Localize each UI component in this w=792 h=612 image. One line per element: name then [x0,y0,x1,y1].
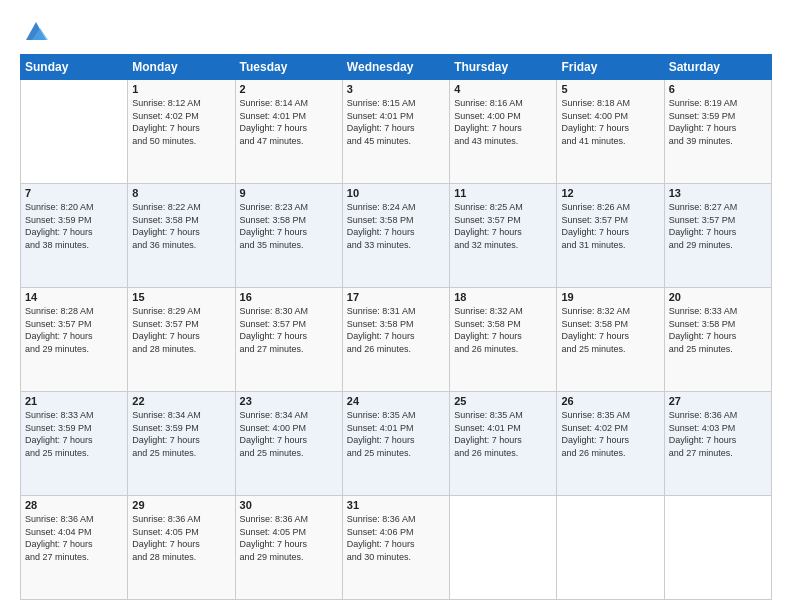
day-info: Sunrise: 8:16 AM Sunset: 4:00 PM Dayligh… [454,97,552,147]
calendar-cell: 5Sunrise: 8:18 AM Sunset: 4:00 PM Daylig… [557,80,664,184]
day-info: Sunrise: 8:15 AM Sunset: 4:01 PM Dayligh… [347,97,445,147]
day-info: Sunrise: 8:35 AM Sunset: 4:01 PM Dayligh… [454,409,552,459]
day-number: 1 [132,83,230,95]
calendar-cell: 21Sunrise: 8:33 AM Sunset: 3:59 PM Dayli… [21,392,128,496]
calendar-cell: 3Sunrise: 8:15 AM Sunset: 4:01 PM Daylig… [342,80,449,184]
day-info: Sunrise: 8:33 AM Sunset: 3:59 PM Dayligh… [25,409,123,459]
day-number: 9 [240,187,338,199]
day-info: Sunrise: 8:35 AM Sunset: 4:02 PM Dayligh… [561,409,659,459]
weekday-header-saturday: Saturday [664,55,771,80]
day-info: Sunrise: 8:36 AM Sunset: 4:03 PM Dayligh… [669,409,767,459]
day-info: Sunrise: 8:36 AM Sunset: 4:04 PM Dayligh… [25,513,123,563]
day-number: 7 [25,187,123,199]
day-info: Sunrise: 8:20 AM Sunset: 3:59 PM Dayligh… [25,201,123,251]
day-number: 22 [132,395,230,407]
weekday-header-monday: Monday [128,55,235,80]
calendar-cell: 16Sunrise: 8:30 AM Sunset: 3:57 PM Dayli… [235,288,342,392]
calendar-table: SundayMondayTuesdayWednesdayThursdayFrid… [20,54,772,600]
calendar-cell: 8Sunrise: 8:22 AM Sunset: 3:58 PM Daylig… [128,184,235,288]
day-number: 15 [132,291,230,303]
day-info: Sunrise: 8:35 AM Sunset: 4:01 PM Dayligh… [347,409,445,459]
calendar-header-row: SundayMondayTuesdayWednesdayThursdayFrid… [21,55,772,80]
calendar-cell: 22Sunrise: 8:34 AM Sunset: 3:59 PM Dayli… [128,392,235,496]
day-number: 2 [240,83,338,95]
calendar-cell [450,496,557,600]
calendar-week-3: 14Sunrise: 8:28 AM Sunset: 3:57 PM Dayli… [21,288,772,392]
day-info: Sunrise: 8:36 AM Sunset: 4:05 PM Dayligh… [240,513,338,563]
calendar-week-4: 21Sunrise: 8:33 AM Sunset: 3:59 PM Dayli… [21,392,772,496]
day-number: 5 [561,83,659,95]
day-info: Sunrise: 8:32 AM Sunset: 3:58 PM Dayligh… [454,305,552,355]
calendar-week-1: 1Sunrise: 8:12 AM Sunset: 4:02 PM Daylig… [21,80,772,184]
day-number: 10 [347,187,445,199]
page-header [20,16,772,44]
day-info: Sunrise: 8:23 AM Sunset: 3:58 PM Dayligh… [240,201,338,251]
calendar-cell: 17Sunrise: 8:31 AM Sunset: 3:58 PM Dayli… [342,288,449,392]
day-info: Sunrise: 8:14 AM Sunset: 4:01 PM Dayligh… [240,97,338,147]
calendar-cell [21,80,128,184]
calendar-cell: 11Sunrise: 8:25 AM Sunset: 3:57 PM Dayli… [450,184,557,288]
day-number: 25 [454,395,552,407]
day-info: Sunrise: 8:30 AM Sunset: 3:57 PM Dayligh… [240,305,338,355]
calendar-cell: 27Sunrise: 8:36 AM Sunset: 4:03 PM Dayli… [664,392,771,496]
calendar-cell: 6Sunrise: 8:19 AM Sunset: 3:59 PM Daylig… [664,80,771,184]
calendar-cell: 29Sunrise: 8:36 AM Sunset: 4:05 PM Dayli… [128,496,235,600]
calendar-cell: 30Sunrise: 8:36 AM Sunset: 4:05 PM Dayli… [235,496,342,600]
day-number: 31 [347,499,445,511]
day-number: 13 [669,187,767,199]
day-number: 26 [561,395,659,407]
day-info: Sunrise: 8:36 AM Sunset: 4:06 PM Dayligh… [347,513,445,563]
calendar-cell: 1Sunrise: 8:12 AM Sunset: 4:02 PM Daylig… [128,80,235,184]
day-info: Sunrise: 8:24 AM Sunset: 3:58 PM Dayligh… [347,201,445,251]
calendar-cell: 4Sunrise: 8:16 AM Sunset: 4:00 PM Daylig… [450,80,557,184]
calendar-cell: 14Sunrise: 8:28 AM Sunset: 3:57 PM Dayli… [21,288,128,392]
calendar-cell: 18Sunrise: 8:32 AM Sunset: 3:58 PM Dayli… [450,288,557,392]
day-number: 14 [25,291,123,303]
logo-icon [22,16,50,44]
day-info: Sunrise: 8:34 AM Sunset: 4:00 PM Dayligh… [240,409,338,459]
day-number: 27 [669,395,767,407]
day-number: 23 [240,395,338,407]
calendar-cell: 13Sunrise: 8:27 AM Sunset: 3:57 PM Dayli… [664,184,771,288]
calendar-cell [557,496,664,600]
calendar-cell: 26Sunrise: 8:35 AM Sunset: 4:02 PM Dayli… [557,392,664,496]
weekday-header-sunday: Sunday [21,55,128,80]
day-number: 6 [669,83,767,95]
day-number: 12 [561,187,659,199]
calendar-cell: 20Sunrise: 8:33 AM Sunset: 3:58 PM Dayli… [664,288,771,392]
weekday-header-tuesday: Tuesday [235,55,342,80]
day-number: 4 [454,83,552,95]
calendar-week-2: 7Sunrise: 8:20 AM Sunset: 3:59 PM Daylig… [21,184,772,288]
day-number: 3 [347,83,445,95]
logo [20,16,50,44]
day-info: Sunrise: 8:27 AM Sunset: 3:57 PM Dayligh… [669,201,767,251]
day-info: Sunrise: 8:29 AM Sunset: 3:57 PM Dayligh… [132,305,230,355]
day-info: Sunrise: 8:12 AM Sunset: 4:02 PM Dayligh… [132,97,230,147]
weekday-header-wednesday: Wednesday [342,55,449,80]
calendar-cell: 28Sunrise: 8:36 AM Sunset: 4:04 PM Dayli… [21,496,128,600]
day-info: Sunrise: 8:22 AM Sunset: 3:58 PM Dayligh… [132,201,230,251]
calendar-cell: 24Sunrise: 8:35 AM Sunset: 4:01 PM Dayli… [342,392,449,496]
day-info: Sunrise: 8:19 AM Sunset: 3:59 PM Dayligh… [669,97,767,147]
day-number: 11 [454,187,552,199]
day-info: Sunrise: 8:36 AM Sunset: 4:05 PM Dayligh… [132,513,230,563]
calendar-cell: 25Sunrise: 8:35 AM Sunset: 4:01 PM Dayli… [450,392,557,496]
day-number: 21 [25,395,123,407]
day-info: Sunrise: 8:31 AM Sunset: 3:58 PM Dayligh… [347,305,445,355]
calendar-cell: 15Sunrise: 8:29 AM Sunset: 3:57 PM Dayli… [128,288,235,392]
day-number: 28 [25,499,123,511]
day-number: 17 [347,291,445,303]
day-number: 8 [132,187,230,199]
calendar-cell: 23Sunrise: 8:34 AM Sunset: 4:00 PM Dayli… [235,392,342,496]
calendar-cell [664,496,771,600]
calendar-cell: 2Sunrise: 8:14 AM Sunset: 4:01 PM Daylig… [235,80,342,184]
day-info: Sunrise: 8:32 AM Sunset: 3:58 PM Dayligh… [561,305,659,355]
day-number: 20 [669,291,767,303]
calendar-cell: 31Sunrise: 8:36 AM Sunset: 4:06 PM Dayli… [342,496,449,600]
day-number: 19 [561,291,659,303]
day-number: 30 [240,499,338,511]
calendar-cell: 9Sunrise: 8:23 AM Sunset: 3:58 PM Daylig… [235,184,342,288]
day-number: 29 [132,499,230,511]
day-number: 24 [347,395,445,407]
day-info: Sunrise: 8:34 AM Sunset: 3:59 PM Dayligh… [132,409,230,459]
